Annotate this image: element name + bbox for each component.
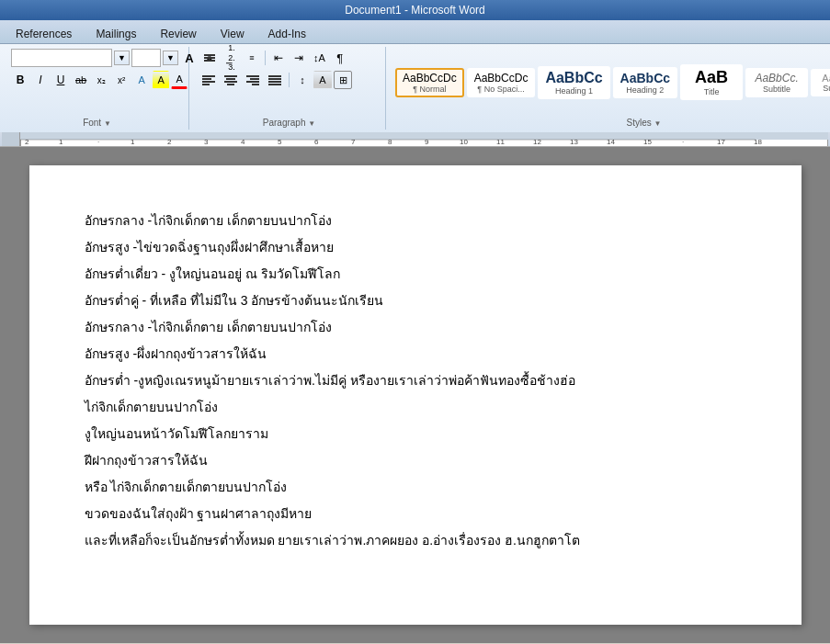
line-spacing-btn[interactable]: ↕: [293, 71, 312, 89]
title-bar: Document1 - Microsoft Word: [0, 0, 830, 20]
style-subtle-em[interactable]: AaBbCc. Subtle E...: [811, 69, 830, 96]
doc-line[interactable]: อักษรสูง -ผึ่งฝากถุงข้าวสารให้ฉัน: [85, 345, 746, 364]
style-normal[interactable]: AaBbCcDc ¶ Normal: [395, 68, 464, 97]
align-right-btn[interactable]: [243, 71, 263, 89]
style-subtle-label: Subtle E...: [818, 84, 830, 93]
tab-bar: References Mailings Review View Add-Ins: [0, 20, 830, 44]
numbering-btn[interactable]: 1.2.3.: [222, 49, 241, 67]
tab-review[interactable]: Review: [148, 23, 208, 43]
doc-line[interactable]: ขวดของฉันใส่ถุงฝ้า ฐานฝาศาลาถุงมีหาย: [85, 504, 746, 524]
ruler: 2 1 · 1 2 3 4 5 6 7 8 9 10 11 12 13 14 1…: [0, 132, 830, 147]
font-color-btn[interactable]: A: [171, 71, 188, 89]
align-center-btn[interactable]: [221, 71, 241, 89]
para-list-row: 1.2.3. ≡ ⇤ ⇥ ↕A ¶: [199, 49, 349, 67]
style-h1-preview: AaBbCc: [545, 70, 602, 86]
doc-line[interactable]: อักษรกลาง -ไก่จิกเด็กตาย เด็กตายบนปากโอ่…: [85, 318, 746, 337]
style-normal-preview: AaBbCcDc: [403, 72, 457, 85]
underline-btn[interactable]: U: [51, 71, 70, 89]
styles-area: AaBbCcDc ¶ Normal AaBbCcDc ¶ No Spaci...…: [395, 49, 830, 116]
style-nospace-preview: AaBbCcDc: [474, 72, 529, 85]
paragraph-group: 1.2.3. ≡ ⇤ ⇥ ↕A ¶: [193, 47, 386, 130]
style-h2-preview: AaBbCc: [620, 71, 670, 85]
font-style-row: B I U ab x₂ x² A A A: [11, 71, 188, 89]
ribbon: ▼ 18 ▼ A A ⎯ B I U ab x₂ x² A A A Font ▼: [0, 44, 830, 132]
font-size-dropdown-icon[interactable]: ▼: [163, 51, 178, 65]
tab-view[interactable]: View: [209, 23, 256, 43]
subscript-btn[interactable]: x₂: [92, 71, 110, 89]
title-text: Document1 - Microsoft Word: [345, 4, 485, 17]
superscript-btn[interactable]: x²: [112, 71, 131, 89]
font-group-label: Font ▼: [11, 116, 183, 128]
style-subtle-preview: AaBbCc.: [818, 73, 830, 84]
doc-line[interactable]: อักษรสูง -ไข่ขวดฉิ่งฐานถุงผึ่งฝาศึกษาเสื…: [85, 238, 746, 257]
justify-btn[interactable]: [265, 71, 285, 89]
show-formatting-btn[interactable]: ¶: [331, 49, 349, 67]
document-page[interactable]: อักษรกลาง -ไก่จิกเด็กตาย เด็กตายบนปากโอ่…: [29, 165, 802, 625]
increase-indent-btn[interactable]: ⇥: [290, 49, 308, 67]
styles-group: AaBbCcDc ¶ Normal AaBbCcDc ¶ No Spaci...…: [390, 47, 830, 130]
doc-line[interactable]: อักษรต่ำคู่ - ที่เหลือ ที่ไม่มีใน 3 อักษ…: [85, 291, 746, 311]
style-subtitle-label: Subtitle: [753, 85, 801, 94]
style-title-label: Title: [688, 87, 735, 96]
doc-line[interactable]: และที่เหลือก็จะเป็นอักษรต่ำทั้งหมด ยายเร…: [85, 531, 746, 550]
decrease-indent-btn[interactable]: ⇤: [269, 49, 288, 67]
highlight-btn[interactable]: A: [153, 71, 169, 89]
bullets-btn[interactable]: [199, 49, 221, 67]
style-title[interactable]: AaB Title: [680, 64, 743, 100]
font-group: ▼ 18 ▼ A A ⎯ B I U ab x₂ x² A A A Font ▼: [6, 47, 189, 130]
style-h2-label: Heading 2: [620, 85, 670, 95]
italic-btn[interactable]: I: [31, 71, 50, 89]
style-nospace-label: ¶ No Spaci...: [474, 85, 529, 94]
tab-mailings[interactable]: Mailings: [84, 23, 148, 43]
font-size-input[interactable]: 18: [131, 49, 161, 67]
bold-btn[interactable]: B: [11, 71, 29, 89]
paragraph-expand-icon[interactable]: ▼: [308, 119, 315, 128]
style-subtitle-preview: AaBbCc.: [753, 72, 801, 85]
tab-references[interactable]: References: [4, 23, 84, 43]
shading-btn[interactable]: A: [313, 71, 332, 89]
doc-line[interactable]: อักษรกลาง -ไก่จิกเด็กตาย เด็กตายบนปากโอ่…: [85, 211, 746, 231]
font-name-dropdown-icon[interactable]: ▼: [114, 51, 130, 65]
tab-addins[interactable]: Add-Ins: [256, 23, 318, 43]
doc-line[interactable]: งูใหญ่นอนหน้าวัดโมฬีโลกยาราม: [85, 424, 746, 444]
font-expand-icon[interactable]: ▼: [104, 119, 111, 128]
styles-expand-icon[interactable]: ▼: [654, 119, 662, 128]
doc-line[interactable]: อักษรต่ำ -งูหญิงเณรหนูม้ายายเราเล่าว่าพ.…: [85, 371, 746, 390]
styles-group-label: Styles ▼: [395, 116, 830, 128]
doc-line[interactable]: ฝีฝากถุงข้าวสารให้ฉัน: [85, 451, 746, 470]
multilevel-btn[interactable]: ≡: [243, 49, 261, 67]
style-subtitle[interactable]: AaBbCc. Subtitle: [745, 68, 808, 97]
paragraph-group-label: Paragraph ▼: [199, 116, 380, 128]
font-name-input[interactable]: [11, 49, 112, 67]
style-heading2[interactable]: AaBbCc Heading 2: [613, 67, 677, 98]
style-no-spacing[interactable]: AaBbCcDc ¶ No Spaci...: [467, 68, 536, 97]
align-left-btn[interactable]: [199, 71, 219, 89]
style-normal-label: ¶ Normal: [403, 85, 457, 94]
doc-line[interactable]: ไก่จิกเด็กตายบนปากโอ่ง: [85, 398, 746, 417]
para-align-row: ↕ A ⊞: [199, 71, 352, 89]
style-h1-label: Heading 1: [545, 86, 602, 96]
document-area[interactable]: อักษรกลาง -ไก่จิกเด็กตาย เด็กตายบนปากโอ่…: [0, 147, 830, 643]
style-title-preview: AaB: [688, 68, 735, 87]
doc-line[interactable]: อักษรต่ำเดี่ยว - งูใหญ่นอนอยู่ ณ ริมวัดโ…: [85, 265, 746, 284]
text-effects-btn[interactable]: A: [132, 71, 151, 89]
style-heading1[interactable]: AaBbCc Heading 1: [538, 66, 609, 99]
doc-line[interactable]: หรือ ไก่จิกเด็กตายเด็กตายบนปากโอ่ง: [85, 478, 746, 497]
borders-btn[interactable]: ⊞: [334, 71, 352, 89]
sort-btn[interactable]: ↕A: [310, 49, 329, 67]
strikethrough-btn[interactable]: ab: [72, 71, 90, 89]
